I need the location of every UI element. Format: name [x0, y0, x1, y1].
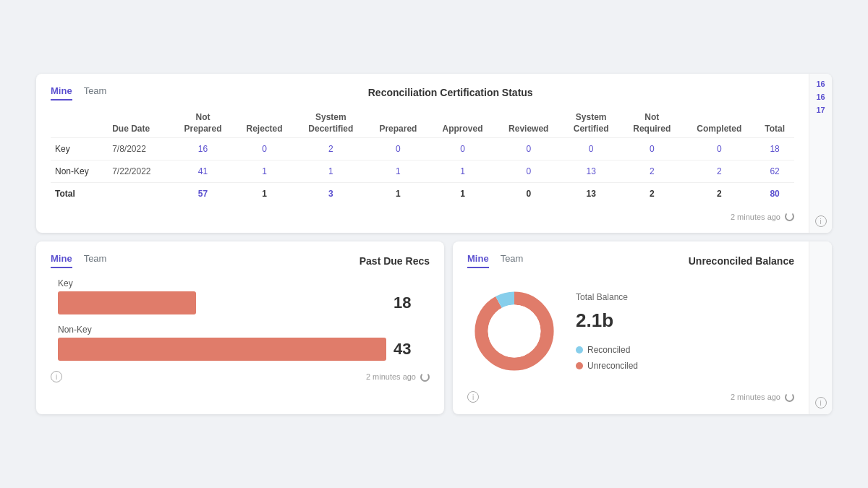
row-total-reviewed: 0	[495, 183, 561, 205]
nonkey-bar-track	[58, 338, 386, 361]
bottom-row: Mine Team Past Due Recs Key 18 Non-Key	[36, 241, 832, 414]
row-total-completed: 2	[683, 183, 755, 205]
row-total-duedate	[108, 183, 171, 205]
unreconciled-title: Unreconciled Balance	[689, 255, 794, 267]
refresh-icon-pastdue[interactable]	[420, 372, 430, 382]
top-card-timestamp: 2 minutes ago	[731, 213, 780, 221]
row-total-notprepared[interactable]: 57	[171, 183, 234, 205]
past-due-tabs: Mine Team	[51, 253, 106, 268]
row-key-notrequired[interactable]: 0	[621, 138, 683, 160]
legend-unreconciled: Unreconciled	[576, 361, 638, 371]
refresh-icon[interactable]	[785, 212, 794, 221]
info-icon-right[interactable]: i	[815, 397, 827, 408]
row-key-syscert[interactable]: 0	[561, 138, 621, 160]
row-total-approved: 1	[430, 183, 496, 205]
top-card-title: Reconciliation Certification Status	[106, 87, 794, 98]
top-card-tabs: Mine Team	[51, 85, 106, 100]
reconciled-dot	[576, 346, 583, 354]
past-due-chart: Key 18 Non-Key 43	[51, 278, 430, 361]
row-nonkey-notrequired[interactable]: 2	[621, 160, 683, 183]
key-bar-row: 18	[58, 291, 422, 314]
row-nonkey-reviewed[interactable]: 0	[495, 160, 561, 183]
past-due-timestamp: 2 minutes ago	[366, 372, 416, 381]
row-nonkey-approved[interactable]: 1	[430, 160, 496, 183]
legend-reconciled: Reconciled	[576, 345, 638, 355]
row-key-notprepared[interactable]: 16	[171, 138, 234, 160]
key-bar-fill	[58, 291, 196, 314]
col-header-notrequired: NotRequired	[621, 109, 683, 138]
side-num-3[interactable]: 17	[816, 106, 825, 114]
side-num-2[interactable]: 16	[816, 93, 825, 101]
key-bar-value: 18	[393, 294, 422, 312]
tab-mine-unrec[interactable]: Mine	[467, 253, 489, 268]
donut-legend: Total Balance 2.1b Reconciled Unreconcil…	[576, 292, 638, 371]
row-nonkey-completed[interactable]: 2	[683, 160, 755, 183]
tab-team-top[interactable]: Team	[84, 85, 107, 100]
tab-team-unrec[interactable]: Team	[501, 253, 524, 268]
table-row-key: Key 7/8/2022 16 0 2 0 0 0 0 0 0 18	[51, 138, 794, 160]
total-balance-label: Total Balance	[576, 292, 638, 302]
info-icon-top[interactable]: i	[815, 215, 827, 227]
row-total-syscert: 13	[561, 183, 621, 205]
donut-svg	[467, 284, 561, 378]
row-key-total[interactable]: 18	[755, 138, 794, 160]
row-key-label: Key	[51, 138, 108, 160]
row-key-duedate: 7/8/2022	[108, 138, 171, 160]
col-header-prepared: Prepared	[367, 109, 429, 138]
donut-chart	[467, 284, 561, 378]
table-row-nonkey: Non-Key 7/22/2022 41 1 1 1 1 0 13 2 2 62	[51, 160, 794, 183]
tab-mine-pastdue[interactable]: Mine	[51, 253, 72, 268]
unreconciled-footer: i 2 minutes ago	[467, 391, 794, 403]
col-header-syscert: SystemCertified	[561, 109, 621, 138]
row-key-prepared[interactable]: 0	[367, 138, 429, 160]
top-side-panel: 16 16 17 i	[809, 74, 832, 233]
row-key-approved[interactable]: 0	[430, 138, 496, 160]
nonkey-bar-row: 43	[58, 338, 422, 361]
row-total-prepared: 1	[367, 183, 429, 205]
nonkey-bar-fill	[58, 338, 386, 361]
row-total-rejected: 1	[234, 183, 295, 205]
row-key-sysdecert[interactable]: 2	[294, 138, 367, 160]
refresh-icon-unrec[interactable]	[785, 393, 794, 402]
key-bar-label: Key	[58, 278, 422, 288]
row-nonkey-notprepared[interactable]: 41	[171, 160, 234, 183]
past-due-card: Mine Team Past Due Recs Key 18 Non-Key	[36, 241, 444, 414]
col-header-duedate: Due Date	[108, 109, 171, 138]
nonkey-bar-label: Non-Key	[58, 325, 422, 335]
col-header-rejected: Rejected	[234, 109, 295, 138]
certification-table: Due Date NotPrepared Rejected SystemDece…	[51, 109, 794, 205]
tab-mine-top[interactable]: Mine	[51, 85, 72, 100]
key-bar-track	[58, 291, 386, 314]
info-icon-unrec[interactable]: i	[467, 391, 479, 403]
unreconciled-dot	[576, 362, 583, 369]
row-nonkey-syscert[interactable]: 13	[561, 160, 621, 183]
past-due-footer: i 2 minutes ago	[51, 371, 430, 382]
row-key-reviewed[interactable]: 0	[495, 138, 561, 160]
col-header-notprepared: NotPrepared	[171, 109, 234, 138]
col-header-label	[51, 109, 108, 138]
side-num-1[interactable]: 16	[816, 80, 825, 88]
tab-team-pastdue[interactable]: Team	[84, 253, 107, 268]
col-header-approved: Approved	[430, 109, 496, 138]
row-nonkey-prepared[interactable]: 1	[367, 160, 429, 183]
top-card: Mine Team Reconciliation Certification S…	[36, 74, 832, 233]
donut-hole	[488, 305, 541, 358]
row-nonkey-rejected[interactable]: 1	[234, 160, 295, 183]
row-nonkey-label: Non-Key	[51, 160, 108, 183]
unreconciled-timestamp: 2 minutes ago	[731, 393, 780, 401]
row-nonkey-total[interactable]: 62	[755, 160, 794, 183]
row-key-completed[interactable]: 0	[683, 138, 755, 160]
row-total-sysdecert[interactable]: 3	[294, 183, 367, 205]
row-key-rejected[interactable]: 0	[234, 138, 295, 160]
past-due-title: Past Due Recs	[359, 255, 430, 267]
row-nonkey-sysdecert[interactable]: 1	[294, 160, 367, 183]
row-total-notrequired: 2	[621, 183, 683, 205]
row-total-total[interactable]: 80	[755, 183, 794, 205]
right-side-panel: i	[809, 241, 832, 414]
reconciled-label: Reconciled	[587, 345, 630, 355]
info-icon-pastdue[interactable]: i	[51, 371, 62, 382]
unreconciled-tabs: Mine Team	[467, 253, 523, 268]
row-nonkey-duedate: 7/22/2022	[108, 160, 171, 183]
unreconciled-card-wrapper: Mine Team Unreconciled Balance	[453, 241, 832, 414]
row-total-label: Total	[51, 183, 108, 205]
